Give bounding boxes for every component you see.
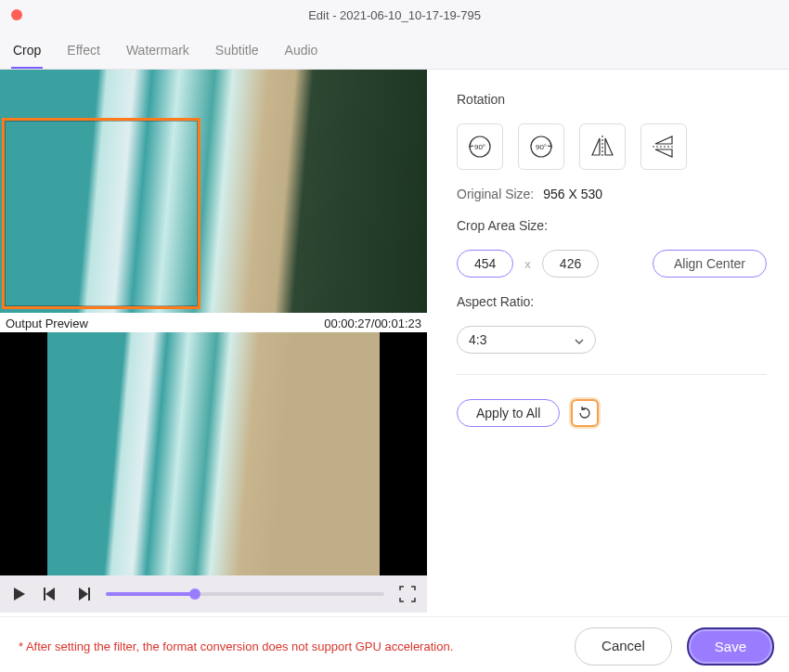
aspect-ratio-select[interactable]: 4:3 — [457, 326, 596, 354]
crop-size-row: 454 x 426 Align Center — [457, 250, 767, 278]
rotation-buttons: 90° 90° — [457, 123, 767, 170]
svg-marker-0 — [14, 588, 25, 601]
chevron-down-icon — [575, 332, 584, 347]
original-size-row: Original Size: 956 X 530 — [457, 187, 767, 201]
svg-marker-14 — [655, 149, 672, 157]
panel-divider — [457, 374, 767, 375]
tab-audio[interactable]: Audio — [283, 37, 320, 69]
crop-selection-rect[interactable] — [2, 118, 200, 309]
tab-crop[interactable]: Crop — [11, 37, 43, 69]
original-size-value: 956 X 530 — [543, 187, 602, 201]
crop-height-input[interactable]: 426 — [542, 250, 599, 278]
aspect-ratio-label: Aspect Ratio: — [457, 294, 767, 309]
flip-vertical-button[interactable] — [640, 123, 687, 170]
svg-marker-13 — [655, 136, 672, 144]
aspect-ratio-value: 4:3 — [469, 332, 486, 347]
tab-bar: Crop Effect Watermark Subtitle Audio — [0, 30, 789, 70]
crop-width-input[interactable]: 454 — [457, 250, 513, 278]
svg-marker-1 — [45, 588, 55, 601]
original-size-label: Original Size: — [457, 187, 534, 201]
preview-column: Output Preview 00:00:27/00:01:23 — [0, 70, 427, 616]
title-bar: Edit - 2021-06-10_10-17-19-795 — [0, 0, 789, 30]
svg-marker-3 — [79, 588, 88, 601]
close-window-icon[interactable] — [11, 9, 22, 20]
svg-rect-4 — [88, 588, 90, 601]
svg-text:90°: 90° — [474, 143, 485, 151]
rotation-label: Rotation — [457, 92, 767, 107]
rotate-right-90-button[interactable]: 90° — [518, 123, 564, 170]
svg-text:90°: 90° — [536, 143, 547, 151]
seek-slider[interactable] — [106, 592, 384, 596]
output-video-frame — [47, 332, 381, 575]
flip-horizontal-button[interactable] — [579, 123, 626, 170]
align-center-button[interactable]: Align Center — [653, 250, 767, 278]
footer: * After setting the filter, the format c… — [0, 616, 789, 672]
fullscreen-icon[interactable] — [399, 586, 416, 602]
apply-to-all-button[interactable]: Apply to All — [457, 399, 560, 427]
tab-watermark[interactable]: Watermark — [124, 37, 191, 69]
output-preview — [0, 332, 427, 575]
warning-text: * After setting the filter, the format c… — [19, 640, 453, 653]
window-title: Edit - 2021-06-10_10-17-19-795 — [308, 8, 481, 22]
window-controls — [11, 9, 22, 20]
tab-subtitle[interactable]: Subtitle — [213, 37, 261, 69]
rotate-left-90-button[interactable]: 90° — [457, 123, 503, 170]
svg-marker-10 — [592, 138, 600, 155]
reset-button[interactable] — [571, 399, 599, 427]
play-button[interactable] — [11, 586, 28, 602]
source-preview[interactable] — [0, 70, 427, 313]
step-forward-button[interactable] — [74, 586, 91, 602]
apply-row: Apply to All — [457, 399, 767, 427]
timecode: 00:00:27/00:01:23 — [324, 317, 421, 330]
play-controls — [0, 575, 427, 613]
crop-area-label: Crop Area Size: — [457, 218, 767, 233]
size-separator: x — [524, 257, 531, 271]
svg-marker-11 — [605, 138, 613, 155]
tab-effect[interactable]: Effect — [65, 37, 102, 69]
cancel-button[interactable]: Cancel — [575, 627, 672, 666]
svg-rect-2 — [44, 588, 45, 601]
save-button[interactable]: Save — [687, 627, 774, 666]
step-back-button[interactable] — [43, 586, 59, 602]
output-preview-label: Output Preview — [6, 317, 88, 330]
preview-info-row: Output Preview 00:00:27/00:01:23 — [0, 313, 427, 332]
crop-panel: Rotation 90° 90° — [427, 70, 789, 616]
